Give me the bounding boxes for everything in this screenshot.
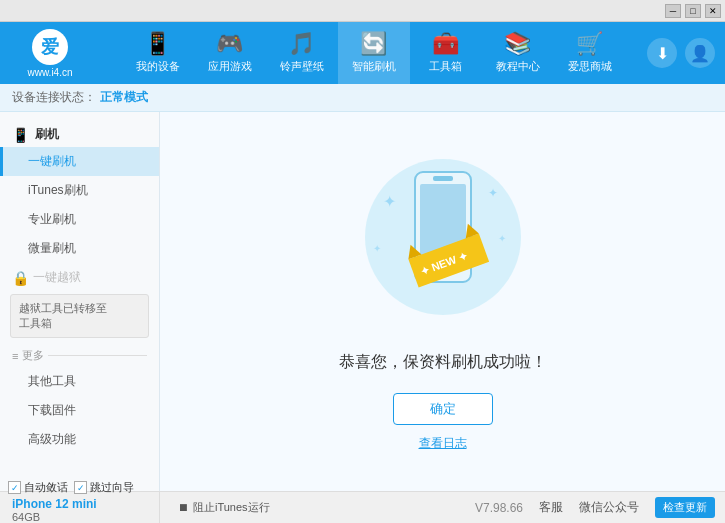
download-button[interactable]: ⬇: [647, 38, 677, 68]
close-button[interactable]: ✕: [705, 4, 721, 18]
title-bar: ─ □ ✕: [0, 0, 725, 22]
minimize-button[interactable]: ─: [665, 4, 681, 18]
nav-item-store-label: 爱思商城: [568, 59, 612, 74]
user-button[interactable]: 👤: [685, 38, 715, 68]
nav-item-smart-flash-label: 智能刷机: [352, 59, 396, 74]
auto-report-checkbox[interactable]: 自动敛话: [8, 480, 68, 495]
sidebar-item-itunes-flash[interactable]: iTunes刷机: [0, 176, 159, 205]
phone-illustration: ✦ NEW ✦ ✦ ✦ ✦ ✦: [353, 152, 533, 332]
jailbreak-lock-icon: 🔒: [12, 270, 29, 286]
bottom-bar: 自动敛话 跳过向导 iPhone 12 mini 64GB Down-12min…: [0, 491, 725, 523]
nav-item-ringtones-label: 铃声壁纸: [280, 59, 324, 74]
smart-flash-icon: 🔄: [360, 33, 387, 55]
phone-svg: ✦ NEW ✦ ✦ ✦ ✦ ✦: [353, 152, 533, 332]
stop-itunes[interactable]: ⏹ 阻止iTunes运行: [170, 491, 278, 523]
device-name: iPhone 12 mini: [12, 497, 151, 511]
more-section-title: 更多: [22, 348, 44, 363]
nav-item-apps-games-label: 应用游戏: [208, 59, 252, 74]
sidebar-item-advanced[interactable]: 高级功能: [0, 425, 159, 454]
bottom-checkboxes: 自动敛话 跳过向导: [8, 480, 151, 495]
nav-item-store[interactable]: 🛒 爱思商城: [554, 22, 626, 84]
nav-item-apps-games[interactable]: 🎮 应用游戏: [194, 22, 266, 84]
maximize-button[interactable]: □: [685, 4, 701, 18]
ringtones-icon: 🎵: [288, 33, 315, 55]
wechat-link[interactable]: 微信公众号: [579, 499, 639, 516]
jailbreak-notice-text: 越狱工具已转移至工具箱: [19, 302, 107, 329]
logo-icon: 爱: [32, 29, 68, 65]
main-area: 📱 刷机 一键刷机 iTunes刷机 专业刷机 微量刷机 🔒 一键越狱 越狱工具…: [0, 112, 725, 491]
sidebar-item-download-firmware[interactable]: 下载固件: [0, 396, 159, 425]
sidebar: 📱 刷机 一键刷机 iTunes刷机 专业刷机 微量刷机 🔒 一键越狱 越狱工具…: [0, 112, 160, 491]
status-label: 设备连接状态：: [12, 89, 96, 106]
nav-items: 📱 我的设备 🎮 应用游戏 🎵 铃声壁纸 🔄 智能刷机 🧰 工具箱 📚 教程中心…: [100, 22, 647, 84]
my-device-icon: 📱: [144, 33, 171, 55]
status-bar: 设备连接状态： 正常模式: [0, 84, 725, 112]
window-controls[interactable]: ─ □ ✕: [665, 4, 721, 18]
confirm-button[interactable]: 确定: [393, 393, 493, 425]
top-navigation: 爱 www.i4.cn 📱 我的设备 🎮 应用游戏 🎵 铃声壁纸 🔄 智能刷机 …: [0, 22, 725, 84]
svg-rect-3: [433, 176, 453, 181]
logo-url: www.i4.cn: [27, 67, 72, 78]
svg-text:✦: ✦: [383, 193, 396, 210]
nav-item-smart-flash[interactable]: 🔄 智能刷机: [338, 22, 410, 84]
sidebar-item-other-tools[interactable]: 其他工具: [0, 367, 159, 396]
skip-wizard-label: 跳过向导: [90, 480, 134, 495]
center-content: ✦ NEW ✦ ✦ ✦ ✦ ✦ 恭喜您，保资料刷机成功啦！ 确定 查看日志: [160, 112, 725, 491]
nav-item-my-device-label: 我的设备: [136, 59, 180, 74]
jailbreak-notice: 越狱工具已转移至工具箱: [10, 294, 149, 338]
tutorials-icon: 📚: [504, 33, 531, 55]
logo-area: 爱 www.i4.cn: [0, 25, 100, 82]
svg-text:✦: ✦: [498, 233, 506, 244]
device-storage: 64GB: [12, 511, 151, 523]
nav-right-controls: ⬇ 👤: [647, 38, 725, 68]
auto-report-check[interactable]: [8, 481, 21, 494]
divider-icon: ≡: [12, 350, 18, 362]
stop-itunes-label: 阻止iTunes运行: [193, 500, 270, 515]
stop-itunes-icon: ⏹: [178, 501, 189, 513]
logo-text-icon: 爱: [41, 35, 59, 59]
bottom-left-section: 自动敛话 跳过向导 iPhone 12 mini 64GB Down-12min…: [0, 492, 160, 523]
sidebar-flash-section: 📱 刷机: [0, 120, 159, 147]
toolbox-icon: 🧰: [432, 33, 459, 55]
divider-line: [48, 355, 147, 356]
skip-wizard-check[interactable]: [74, 481, 87, 494]
nav-item-my-device[interactable]: 📱 我的设备: [122, 22, 194, 84]
success-text: 恭喜您，保资料刷机成功啦！: [339, 352, 547, 373]
store-icon: 🛒: [576, 33, 603, 55]
nav-item-toolbox[interactable]: 🧰 工具箱: [410, 22, 482, 84]
flash-section-title: 刷机: [35, 126, 59, 143]
skip-wizard-checkbox[interactable]: 跳过向导: [74, 480, 134, 495]
sidebar-more-divider: ≡ 更多: [0, 342, 159, 367]
customer-service-link[interactable]: 客服: [539, 499, 563, 516]
sidebar-item-onekey-flash[interactable]: 一键刷机: [0, 147, 159, 176]
status-value: 正常模式: [100, 89, 148, 106]
nav-item-ringtones[interactable]: 🎵 铃声壁纸: [266, 22, 338, 84]
device-info-area: iPhone 12 mini 64GB Down-12mini-13.1: [12, 497, 151, 523]
view-log-link[interactable]: 查看日志: [419, 435, 467, 452]
flash-section-icon: 📱: [12, 127, 29, 143]
version-label: V7.98.66: [475, 501, 523, 515]
auto-report-label: 自动敛话: [24, 480, 68, 495]
jailbreak-label: 一键越狱: [33, 269, 81, 286]
nav-item-tutorials-label: 教程中心: [496, 59, 540, 74]
svg-text:✦: ✦: [373, 243, 381, 254]
sidebar-item-pro-flash[interactable]: 专业刷机: [0, 205, 159, 234]
apps-games-icon: 🎮: [216, 33, 243, 55]
nav-item-toolbox-label: 工具箱: [429, 59, 462, 74]
check-update-button[interactable]: 检查更新: [655, 497, 715, 518]
svg-text:✦: ✦: [488, 186, 498, 200]
sidebar-item-data-flash[interactable]: 微量刷机: [0, 234, 159, 263]
nav-item-tutorials[interactable]: 📚 教程中心: [482, 22, 554, 84]
